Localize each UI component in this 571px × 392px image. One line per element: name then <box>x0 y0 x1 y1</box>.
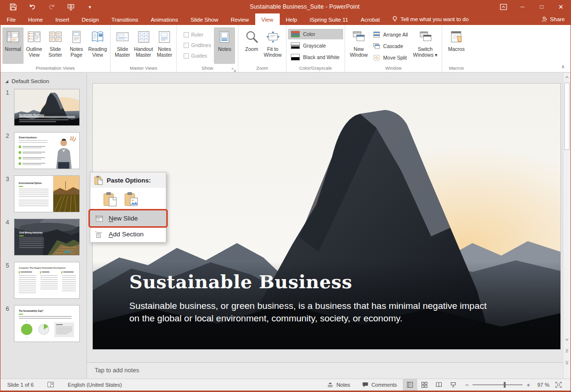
zoom-out-button[interactable]: − <box>465 381 469 389</box>
spellcheck-icon[interactable] <box>47 381 54 389</box>
new-window-button[interactable]: New Window <box>348 27 369 64</box>
section-collapse-icon: ◢ <box>5 79 8 84</box>
customize-qat-caret-icon[interactable]: ▾ <box>85 2 95 12</box>
handout-master-button[interactable]: Handout Master <box>133 27 154 64</box>
slide-indicator[interactable]: Slide 1 of 6 <box>7 382 34 388</box>
thumbnail-slide-1[interactable]: Sustainable Business <box>14 89 80 126</box>
color-chip-icon <box>291 31 300 37</box>
gridlines-checkbox[interactable]: Gridlines <box>184 42 211 48</box>
normal-view-toggle[interactable] <box>403 379 417 391</box>
notes-pane[interactable]: Tap to add notes <box>87 362 563 379</box>
dropdown-caret-icon: ▾ <box>435 52 437 58</box>
tab-transitions[interactable]: Transitions <box>105 13 145 25</box>
start-from-beginning-icon[interactable] <box>66 2 75 12</box>
thumbnail-slide-6[interactable]: The Sustainability Gap? <box>14 305 80 342</box>
checkbox-icon <box>184 43 189 48</box>
tab-file[interactable]: File <box>0 13 22 25</box>
collapse-ribbon-icon[interactable]: ∧ <box>561 64 565 69</box>
ruler-checkbox[interactable]: Ruler <box>184 32 211 37</box>
zoom-slider[interactable] <box>472 384 522 385</box>
scrollbar-thumb[interactable] <box>564 83 570 150</box>
tab-animations[interactable]: Animations <box>145 13 185 25</box>
slide-master-button[interactable]: Slide Master <box>112 27 133 64</box>
notes-toggle-button[interactable]: Notes <box>214 27 235 64</box>
maximize-button[interactable]: □ <box>532 0 551 13</box>
move-split-button[interactable]: Move Split <box>371 53 410 62</box>
tab-slide-show[interactable]: Slide Show <box>185 13 225 25</box>
slide-sorter-toggle[interactable] <box>417 379 432 391</box>
tab-view[interactable]: View <box>255 13 280 25</box>
paste-options-header: Paste Options: <box>90 172 166 188</box>
tell-me-box[interactable]: Tell me what you want to do <box>386 13 475 25</box>
scroll-down-icon[interactable] <box>563 335 571 343</box>
slide-body-text[interactable]: Sustainable business, or green business,… <box>129 300 489 325</box>
tab-insert[interactable]: Insert <box>49 13 75 25</box>
reading-view-toggle[interactable] <box>432 379 446 391</box>
redo-icon <box>47 2 56 12</box>
ribbon-display-options-icon[interactable] <box>494 0 513 13</box>
ribbon-tab-row: File Home Insert Design Transitions Anim… <box>0 13 571 25</box>
slide-sorter-icon <box>48 29 63 45</box>
thumbnail-slide-5[interactable]: Companies That Support Sustainable Devel… <box>14 262 80 299</box>
fit-to-window-button[interactable]: Fit to Window <box>262 27 284 64</box>
thumbnail-slide-3[interactable]: Environmental Sphere <box>14 175 80 212</box>
tab-help[interactable]: Help <box>280 13 304 25</box>
tab-design[interactable]: Design <box>75 13 105 25</box>
comments-toggle[interactable]: Comments <box>356 379 403 391</box>
previous-slide-button[interactable] <box>563 347 571 355</box>
thumbnail-slide-2[interactable]: Green business <box>14 132 80 169</box>
normal-view-button[interactable]: Normal <box>2 27 24 64</box>
slide-sorter-small-icon <box>421 381 428 388</box>
handout-master-icon <box>136 29 151 45</box>
zoom-in-button[interactable]: + <box>526 381 530 389</box>
zoom-percentage[interactable]: 97 % <box>535 382 551 388</box>
add-section-icon <box>94 230 103 239</box>
scroll-up-icon[interactable] <box>563 73 571 81</box>
minimize-button[interactable]: ─ <box>513 0 532 13</box>
zoom-slider-handle[interactable] <box>504 382 506 388</box>
guides-checkbox[interactable]: Guides <box>184 53 211 59</box>
slide-title-text[interactable]: Sustainable Business <box>129 271 352 293</box>
tab-acrobat[interactable]: Acrobat <box>355 13 386 25</box>
magnifier-icon <box>244 29 260 45</box>
undo-icon[interactable] <box>27 2 37 12</box>
black-white-chip-icon <box>291 54 300 61</box>
section-header[interactable]: ◢ Default Section <box>0 73 87 87</box>
color-button[interactable]: Color <box>288 29 344 39</box>
add-section-menu-item[interactable]: Add Section <box>90 226 166 242</box>
new-slide-menu-item[interactable]: New Slide <box>90 210 166 226</box>
macros-button[interactable]: Macros <box>446 27 467 64</box>
notes-page-button[interactable]: Notes Page <box>66 27 87 64</box>
cascade-button[interactable]: Cascade <box>371 41 410 51</box>
zoom-button[interactable]: Zoom <box>241 27 262 64</box>
fit-to-window-icon <box>265 29 281 45</box>
grayscale-button[interactable]: Grayscale <box>288 40 344 51</box>
tab-ispring-suite[interactable]: iSpring Suite 11 <box>303 13 354 25</box>
black-and-white-button[interactable]: Black and White <box>288 52 344 62</box>
notes-master-button[interactable]: Notes Master <box>154 27 175 64</box>
switch-windows-icon <box>418 29 433 45</box>
next-slide-button[interactable] <box>563 358 571 366</box>
paste-keep-formatting-button[interactable] <box>103 191 117 207</box>
notes-master-icon <box>157 29 172 45</box>
close-button[interactable]: ✕ <box>551 0 571 13</box>
vertical-scrollbar[interactable] <box>563 73 571 379</box>
save-icon[interactable] <box>8 2 18 12</box>
notes-toggle[interactable]: Notes <box>321 379 356 391</box>
slideshow-toggle[interactable] <box>446 379 460 391</box>
slide-thumbnail-panel: ◢ Default Section 1 Sus <box>0 73 87 379</box>
language-indicator[interactable]: English (United States) <box>68 382 122 388</box>
share-button[interactable]: Share <box>542 13 565 25</box>
paste-as-picture-button[interactable] <box>124 191 138 207</box>
thumbnail-slide-4[interactable]: Gold Mining Industries <box>14 219 80 256</box>
reading-view-button[interactable]: Reading View <box>87 27 108 64</box>
notes-icon <box>217 29 232 45</box>
group-zoom: Zoom Fit to Window Zoom <box>238 25 286 72</box>
tab-home[interactable]: Home <box>22 13 50 25</box>
outline-view-button[interactable]: Outline View <box>24 27 45 64</box>
slide-sorter-button[interactable]: Slide Sorter <box>45 27 66 64</box>
arrange-all-button[interactable]: Arrange All <box>371 30 410 39</box>
switch-windows-button[interactable]: Switch Windows ▾ <box>412 27 439 64</box>
tab-review[interactable]: Review <box>224 13 255 25</box>
fit-slide-to-window-button[interactable] <box>551 379 566 391</box>
